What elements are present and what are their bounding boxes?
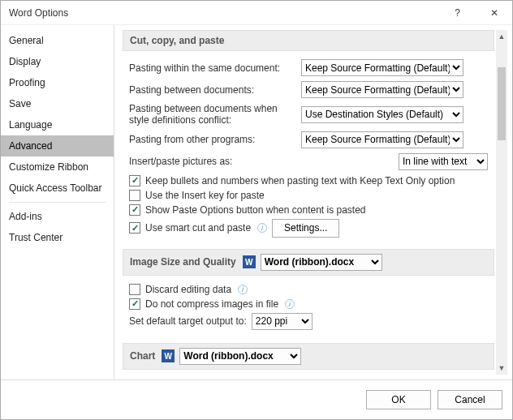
word-icon: W [243, 255, 256, 268]
info-icon[interactable]: i [257, 223, 267, 233]
sidebar-item-advanced[interactable]: Advanced [1, 135, 114, 156]
label-paste-between: Pasting between documents: [129, 84, 296, 96]
titlebar: Word Options ? ✕ [1, 1, 512, 25]
label-paste-other: Pasting from other programs: [129, 134, 296, 145]
scroll-track[interactable] [496, 43, 507, 362]
info-icon[interactable]: i [285, 299, 295, 309]
sidebar-item-trust-center[interactable]: Trust Center [1, 227, 114, 248]
combo-insert-pic[interactable]: In line with text [399, 153, 488, 170]
sidebar-item-addins[interactable]: Add-ins [1, 206, 114, 227]
label-show-paste-options: Show Paste Options button when content i… [145, 204, 366, 216]
combo-paste-other[interactable]: Keep Source Formatting (Default) [301, 131, 463, 148]
scroll-down-icon[interactable]: ▼ [496, 362, 507, 375]
label-keep-bullets: Keep bullets and numbers when pasting te… [145, 175, 455, 186]
checkbox-show-paste-options[interactable] [129, 204, 140, 216]
word-icon: W [162, 349, 175, 362]
section-body-image: Discard editing data i Do not compress i… [123, 284, 494, 343]
combo-image-doc[interactable]: Word (ribbon).docx [261, 254, 382, 271]
label-discard-editing: Discard editing data [145, 284, 231, 295]
settings-button[interactable]: Settings... [272, 219, 339, 238]
info-icon[interactable]: i [238, 285, 248, 294]
label-paste-conflict: Pasting between documents when style def… [129, 103, 296, 126]
close-button[interactable]: ✕ [476, 1, 512, 25]
label-target-output: Set default target output to: [129, 315, 247, 327]
scroll-thumb[interactable] [498, 67, 506, 140]
section-title: Cut, copy, and paste [130, 35, 224, 46]
help-button[interactable]: ? [439, 1, 476, 25]
combo-chart-doc[interactable]: Word (ribbon).docx [179, 348, 301, 365]
scroll-area: Cut, copy, and paste Pasting within the … [123, 30, 494, 375]
main-panel: Cut, copy, and paste Pasting within the … [114, 25, 512, 379]
sidebar-item-customize-ribbon[interactable]: Customize Ribbon [1, 156, 114, 178]
sidebar: General Display Proofing Save Language A… [1, 25, 114, 379]
label-no-compress: Do not compress images in file [145, 298, 278, 310]
scrollbar[interactable]: ▲ ▼ [496, 30, 507, 375]
checkbox-no-compress[interactable] [129, 298, 140, 310]
ok-button[interactable]: OK [366, 390, 431, 409]
content: General Display Proofing Save Language A… [1, 25, 512, 379]
window-title: Word Options [9, 7, 439, 19]
section-header-image: Image Size and Quality W Word (ribbon).d… [123, 249, 494, 276]
combo-paste-same[interactable]: Keep Source Formatting (Default) [301, 59, 463, 76]
checkbox-keep-bullets[interactable] [129, 175, 140, 186]
checkbox-discard-editing[interactable] [129, 284, 140, 295]
help-icon: ? [455, 7, 460, 19]
sidebar-item-display[interactable]: Display [1, 51, 114, 72]
checkbox-use-insert-key[interactable] [129, 190, 140, 201]
label-insert-pic: Insert/paste pictures as: [129, 156, 296, 167]
sidebar-item-save[interactable]: Save [1, 93, 114, 114]
cancel-button[interactable]: Cancel [438, 390, 502, 409]
sidebar-item-proofing[interactable]: Proofing [1, 72, 114, 93]
checkbox-smart-cut-paste[interactable] [129, 222, 140, 234]
sidebar-item-general[interactable]: General [1, 30, 114, 51]
sidebar-divider [9, 202, 106, 203]
section-title: Chart [130, 350, 155, 362]
combo-paste-conflict[interactable]: Use Destination Styles (Default) [301, 106, 463, 123]
close-icon: ✕ [490, 7, 498, 19]
label-paste-same: Pasting within the same document: [129, 62, 296, 74]
sidebar-item-qat[interactable]: Quick Access Toolbar [1, 178, 114, 199]
label-use-insert-key: Use the Insert key for paste [145, 190, 265, 201]
section-body-cutcopypaste: Pasting within the same document: Keep S… [123, 59, 494, 249]
combo-paste-between[interactable]: Keep Source Formatting (Default) [301, 81, 463, 98]
scroll-up-icon[interactable]: ▲ [496, 30, 507, 43]
footer: OK Cancel [1, 379, 512, 419]
section-title: Image Size and Quality [130, 256, 236, 268]
label-smart-cut-paste: Use smart cut and paste [145, 222, 251, 234]
combo-target-output[interactable]: 220 ppi [252, 313, 313, 330]
section-header-cutcopypaste: Cut, copy, and paste [123, 30, 494, 51]
sidebar-item-language[interactable]: Language [1, 114, 114, 135]
section-header-chart: Chart W Word (ribbon).docx [123, 343, 494, 370]
